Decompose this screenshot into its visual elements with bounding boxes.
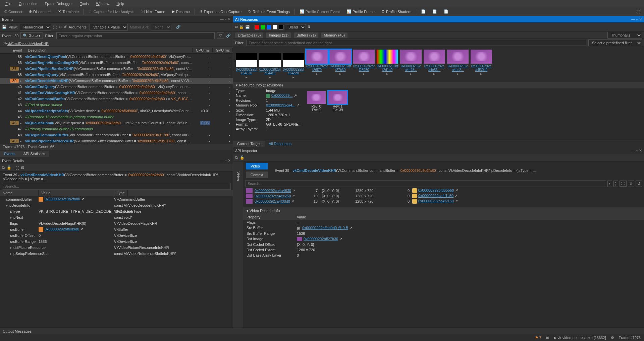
event-row[interactable]: 39 ▸vkCmdDecodeVideoKHR(VkCommandBuffer … — [0, 78, 233, 84]
expand-icon[interactable]: ⛶ — [620, 181, 627, 187]
save-icon[interactable]: 💾 — [2, 25, 7, 29]
restore-icon[interactable]: ▫ — [636, 17, 638, 21]
args-select[interactable]: Variable + Value — [90, 24, 128, 30]
event-row[interactable]: 47// Primary command buffer 15 commands — [0, 126, 233, 132]
event-row[interactable]: 48vkBeginCommandBuffer(VkCommandBuffer c… — [0, 132, 233, 138]
doc3-icon[interactable]: 📄 — [442, 9, 450, 14]
tab-buffers[interactable]: Buffers (21) — [294, 32, 318, 38]
terminate-button[interactable]: ✕ Terminate — [56, 9, 80, 14]
events-table-body[interactable]: 35vkCmdResetQueryPool(VkCommandBuffer co… — [0, 54, 233, 144]
pop-out-icon[interactable]: ⧉ — [235, 25, 238, 29]
property-row[interactable]: ▸pNextconst void* — [0, 214, 233, 220]
minimize-icon[interactable]: — — [220, 17, 224, 21]
doc1-icon[interactable]: 📄 — [419, 9, 428, 14]
property-row[interactable]: ▸pDecodeInfoconst VkVideoDecodeInfoKHR* — [0, 202, 233, 208]
event-row[interactable]: 46 ▸vkQueueSubmit(VkQueue queue = '0x000… — [0, 120, 233, 126]
reset-icon[interactable]: ↺ — [64, 25, 67, 29]
restore-icon[interactable]: ▫ — [225, 17, 226, 21]
save-icon[interactable]: 💾 — [245, 25, 250, 29]
resource-thumbnail[interactable]: 0x00000292bff28950 ▸ — [353, 50, 375, 79]
resource-thumbnail[interactable]: 0x00000292ca4e48... ▸ — [400, 50, 422, 79]
link-icon[interactable]: 🔗 — [176, 25, 181, 29]
event-row[interactable]: 45// Recorded 15 commands to primary com… — [0, 114, 233, 120]
lock-icon[interactable]: 🔓 — [240, 155, 245, 160]
export-cpp-button[interactable]: ⬇ Export as C++ Capture — [198, 9, 244, 14]
property-row[interactable]: ▸dstPictureResourceVkVideoPictureResourc… — [0, 245, 233, 251]
profile-event-button[interactable]: 📊 Profile Current Event — [298, 9, 342, 14]
fit-icon[interactable]: ⊕ — [628, 181, 634, 187]
expand-icon[interactable]: ⛶ — [15, 166, 19, 170]
doc2-icon[interactable]: 📄 — [430, 9, 439, 14]
revision-thumbnail[interactable]: Rev: 1Evt: 39 — [328, 91, 347, 129]
property-row[interactable]: ▸pSetupReferenceSlotconst VkVideoReferen… — [0, 251, 233, 257]
view-mode-select[interactable]: Thumbnails — [607, 32, 642, 39]
event-row[interactable]: 37 ▸vkCmdPipelineBarrier2KHR(VkCommandBu… — [0, 66, 233, 72]
menu-tools[interactable]: Tools — [77, 1, 92, 6]
event-row[interactable]: 49 ▸vkCmdPipelineBarrier2KHR(VkCommandBu… — [0, 138, 233, 144]
close-icon[interactable]: ✕ — [228, 17, 231, 21]
profile-shaders-button[interactable]: ⚙ Profile Shaders — [379, 9, 413, 14]
view-select[interactable]: Hierarchical — [20, 24, 51, 30]
tab-drawables[interactable]: Drawables (3) — [235, 32, 263, 38]
video-decode-section[interactable]: ▾ Video Decode Info — [243, 207, 644, 214]
next-frame-button[interactable]: ▷| Next Frame — [139, 9, 167, 14]
nav-next-icon[interactable]: ⟩ — [613, 181, 618, 187]
tab-api-stats[interactable]: API Statistics — [19, 151, 49, 157]
lock-icon[interactable]: 🔓 — [7, 165, 11, 170]
close-icon[interactable]: ✕ — [228, 158, 231, 163]
lock-icon[interactable]: 🔓 — [239, 25, 244, 29]
resource-filter-input[interactable] — [247, 40, 587, 46]
expand-icon[interactable]: ⛶ — [53, 25, 57, 29]
event-row[interactable]: 43// End of queue submit-- — [0, 102, 233, 108]
event-row[interactable]: 40vkCmdEndQuery(VkCommandBuffer commandB… — [0, 84, 233, 90]
tab-current-target[interactable]: Current Target — [233, 141, 265, 147]
resource-thumbnail[interactable]: 0x00000292bff27b30 ▸ — [330, 50, 351, 79]
flag-icon[interactable]: ⚑ 7 — [535, 336, 541, 340]
fit-icon[interactable]: ⊡ — [21, 165, 24, 170]
close-icon[interactable]: ✕ — [639, 17, 642, 21]
disconnect-button[interactable]: ⊗ Disconnect — [27, 9, 53, 14]
property-row[interactable]: srcBufferOffset0VkDeviceSize — [0, 232, 233, 238]
revision-thumbnail[interactable]: Rev: 0Evt: 0 — [307, 91, 326, 129]
menu-frame-debugger[interactable]: Frame Debugger — [42, 1, 75, 6]
resource-thumbnail[interactable]: 0x00000292bfe64de0 ▸ — [283, 50, 304, 79]
resource-thumbnail[interactable]: 0x00000292ca4f30d0 ▸ — [471, 50, 492, 79]
black-channel-button[interactable] — [279, 25, 283, 29]
capture-live-button[interactable]: ⏸ Capture for Live Analysis — [87, 9, 137, 14]
nav-prev-icon[interactable]: ⟨ — [607, 181, 612, 187]
blend-select[interactable]: Blend — [285, 24, 306, 30]
menu-window[interactable]: Window — [93, 1, 112, 6]
menu-help[interactable]: Help — [114, 1, 127, 6]
collapse-icon[interactable]: ⊕ — [59, 25, 62, 29]
predefined-filter-select[interactable]: Select a predefined filter — [588, 40, 642, 46]
refresh-timings-button[interactable]: ↻ Refresh Event Timings — [246, 9, 292, 14]
goto-button[interactable]: 🔍 Go to ▾ — [20, 32, 43, 39]
tab-all-resources[interactable]: All Resources — [265, 141, 296, 147]
maximize-icon[interactable]: ⛶ — [634, 9, 642, 14]
resource-thumbnail[interactable]: 0x00000292ca4ec2... ▸ — [447, 50, 469, 79]
resource-thumbnail[interactable]: 0x00000292bff2d1a0 ▸ — [377, 50, 398, 79]
minimize-icon[interactable]: — — [220, 158, 224, 163]
context-tab-button[interactable]: Context — [246, 172, 268, 178]
minimize-icon[interactable]: — — [631, 17, 635, 21]
event-row[interactable]: 36vkCmdBeginVideoCodingKHR(VkCommandBuff… — [0, 60, 233, 66]
green-channel-button[interactable] — [261, 25, 265, 29]
property-row[interactable]: srcBuffer0x00000292bffed9d0 ↗VkBuffer — [0, 226, 233, 232]
marker-select[interactable]: None — [151, 24, 171, 30]
alpha-channel-button[interactable] — [273, 25, 277, 29]
restore-icon[interactable]: ▫ — [225, 158, 226, 163]
filter-dropdown-icon[interactable]: ▽ — [217, 32, 224, 39]
restore-icon[interactable]: ▫ — [636, 148, 638, 153]
property-row[interactable]: flagsVkVideoDecodeFlagsKHR(0)VkVideoDeco… — [0, 220, 233, 226]
close-icon[interactable]: ✕ — [639, 148, 642, 153]
output-messages-bar[interactable]: Output Messages — [0, 328, 644, 334]
resource-thumbnail[interactable]: 0x00000292bff26f70 ▸ — [306, 50, 328, 79]
event-row[interactable]: 35vkCmdResetQueryPool(VkCommandBuffer co… — [0, 54, 233, 60]
profile-frame-button[interactable]: 📊 Profile Frame — [344, 9, 377, 14]
event-row[interactable]: 41vkCmdEndVideoCodingKHR(VkCommandBuffer… — [0, 90, 233, 96]
event-row[interactable]: 42vkEndCommandBuffer(VkCommandBuffer com… — [0, 96, 233, 102]
filter-input[interactable] — [56, 32, 215, 39]
menu-file[interactable]: FFileile — [3, 1, 14, 6]
pop-out-icon[interactable]: ⧉ — [2, 165, 5, 170]
reset-icon[interactable]: ↺ — [636, 181, 642, 187]
